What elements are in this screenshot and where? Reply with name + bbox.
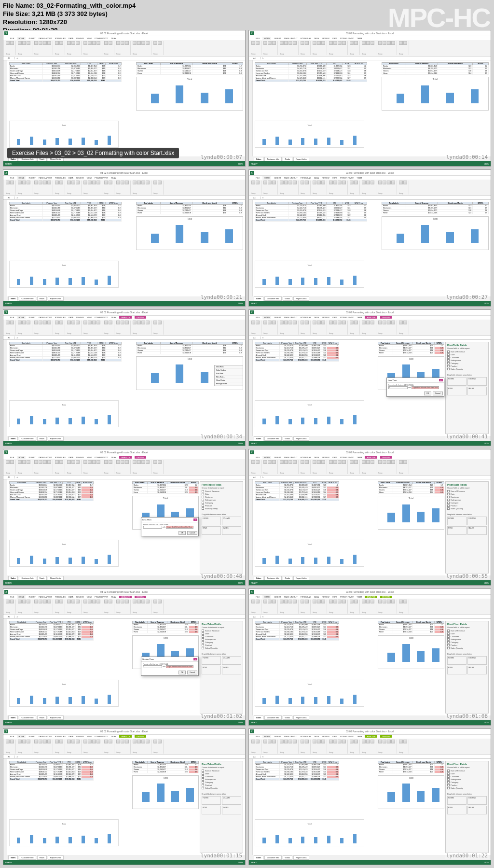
checkbox-icon[interactable]	[447, 632, 450, 635]
sheet-tab[interactable]: Goals	[37, 436, 47, 441]
sheet-tab[interactable]: Report Links	[48, 296, 63, 301]
sheet-tab[interactable]: Goals	[37, 715, 47, 720]
sheet-tab[interactable]: Report Links	[293, 855, 309, 860]
ribbon-icon[interactable]	[125, 321, 129, 324]
ribbon-icon[interactable]	[27, 41, 30, 45]
ok-button[interactable]: OK	[178, 531, 186, 535]
small-bar-chart[interactable]: Total	[9, 819, 119, 846]
field-row[interactable]: Salesperson	[202, 778, 241, 781]
ribbon-icon[interactable]	[121, 740, 124, 743]
ribbon-icon[interactable]	[383, 460, 386, 464]
ribbon-icon[interactable]	[96, 181, 100, 184]
ribbon-icon[interactable]	[10, 41, 14, 45]
ribbon-icon[interactable]	[338, 600, 342, 603]
ribbon-icon[interactable]	[88, 740, 92, 743]
ribbon-tabs[interactable]: FILEHOMEINSERTPAGE LAYOUTFORMULASDATAREV…	[249, 455, 491, 459]
checkbox-icon[interactable]	[447, 502, 450, 504]
ribbon-icon[interactable]	[137, 600, 141, 603]
ribbon-icon[interactable]	[67, 460, 71, 464]
sheet-tab[interactable]: Sales	[8, 855, 18, 860]
small-bar-chart[interactable]: Total	[255, 400, 364, 427]
ribbon-tabs[interactable]: FILEHOMEINSERTPAGE LAYOUTFORMULASDATAREV…	[3, 36, 245, 40]
field-row[interactable]: Date	[202, 772, 241, 775]
ribbon-icon[interactable]	[153, 41, 157, 45]
ribbon-icon[interactable]	[263, 181, 267, 184]
ribbon-icon[interactable]	[146, 321, 150, 324]
ribbon-icon[interactable]	[121, 41, 124, 45]
ribbon-icon[interactable]	[71, 321, 75, 324]
fields-pane[interactable]: PivotTable FieldsChoose fields to add to…	[200, 621, 243, 713]
ribbon-icon[interactable]	[284, 41, 288, 45]
field-row[interactable]: Salesperson	[447, 499, 487, 501]
ribbon-icon[interactable]	[378, 41, 382, 45]
formula-bar[interactable]: A1 fx	[249, 336, 491, 340]
ribbon-icon[interactable]	[256, 460, 260, 464]
ribbon-icon[interactable]	[284, 321, 288, 324]
ribbon-icon[interactable]	[329, 41, 333, 45]
small-bar-chart[interactable]: Total	[9, 400, 119, 427]
ribbon-icon[interactable]	[116, 41, 120, 45]
name-box[interactable]: A1	[249, 57, 261, 59]
ribbon-icon[interactable]	[71, 181, 75, 184]
ribbon-icon[interactable]	[288, 740, 292, 743]
ribbon-icon[interactable]	[387, 41, 391, 45]
ribbon-icon[interactable]	[76, 460, 80, 464]
ribbon-icon[interactable]	[366, 600, 370, 603]
field-row[interactable]: Category	[202, 781, 241, 784]
ribbon-icon[interactable]	[158, 600, 162, 603]
ribbon-icon[interactable]	[116, 740, 120, 743]
ribbon-icon[interactable]	[47, 460, 51, 464]
ribbon-icon[interactable]	[263, 41, 267, 45]
ribbon-icon[interactable]	[399, 600, 403, 603]
ribbon-icon[interactable]	[88, 41, 92, 45]
checkbox-icon[interactable]	[447, 359, 450, 362]
ribbon-icon[interactable]	[18, 181, 22, 184]
ribbon-icon[interactable]	[288, 460, 292, 464]
fields-pane[interactable]: PivotTable FieldsChoose fields to add to…	[200, 481, 243, 574]
ribbon-icon[interactable]	[146, 600, 150, 603]
ribbon-icon[interactable]	[71, 460, 75, 464]
ribbon-icon[interactable]	[133, 460, 137, 464]
formula-bar[interactable]: A1 fx	[3, 336, 245, 340]
bar-chart[interactable]: Total	[132, 775, 199, 809]
ribbon-icon[interactable]	[76, 41, 80, 45]
ribbon-icon[interactable]	[378, 321, 382, 324]
ribbon-icon[interactable]	[59, 460, 63, 464]
ribbon-icon[interactable]	[321, 41, 325, 45]
ribbon-icon[interactable]	[27, 740, 30, 743]
ribbon-icon[interactable]	[47, 321, 51, 324]
secondary-pivot[interactable]: Row LabelsSum of RevenueMonth over Month…	[132, 761, 199, 773]
checkbox-icon[interactable]	[447, 368, 450, 370]
ribbon-tabs[interactable]: FILEHOMEINSERTPAGE LAYOUTFORMULASDATAREV…	[249, 735, 491, 739]
ribbon-icon[interactable]	[370, 460, 374, 464]
ribbon-icon[interactable]	[280, 41, 284, 45]
bar-chart[interactable]: Total	[382, 77, 489, 111]
ribbon-icon[interactable]	[158, 740, 162, 743]
fx-icon[interactable]: fx	[15, 616, 20, 618]
ribbon-icon[interactable]	[146, 740, 150, 743]
ribbon-tabs[interactable]: FILEHOMEINSERTPAGE LAYOUTFORMULASDATAREV…	[249, 595, 491, 599]
ribbon-icon[interactable]	[391, 41, 395, 45]
ribbon-icon[interactable]	[141, 41, 145, 45]
ribbon-icon[interactable]	[305, 460, 309, 464]
cancel-button[interactable]: Cancel	[187, 531, 197, 535]
row-headers[interactable]	[249, 619, 253, 715]
ribbon-icon[interactable]	[88, 460, 92, 464]
worksheet[interactable]: Row LabelsPrevious YearPrior Year YTDYTD…	[249, 759, 491, 855]
worksheet[interactable]: Row LabelsPrevious YearPrior Year YTDYTD…	[3, 619, 245, 715]
ribbon-icon[interactable]	[83, 600, 87, 603]
ribbon-icon[interactable]	[43, 41, 47, 45]
ribbon-icon[interactable]	[301, 181, 304, 184]
field-row[interactable]: Sum of Revenue	[447, 630, 487, 632]
ribbon-icon[interactable]	[383, 321, 386, 324]
threshold-input[interactable]	[143, 665, 162, 668]
fx-icon[interactable]: fx	[261, 476, 265, 478]
ribbon[interactable]: GroupGroupGroupGroupGroupGroupGroupGroup…	[3, 599, 245, 615]
formula-bar[interactable]: A1 fx	[249, 196, 491, 200]
ribbon-icon[interactable]	[370, 41, 374, 45]
ribbon-icon[interactable]	[378, 181, 382, 184]
sheet-tab[interactable]: Customer Info	[264, 576, 281, 580]
ribbon-icon[interactable]	[67, 321, 71, 324]
ribbon-icon[interactable]	[317, 41, 321, 45]
field-row[interactable]: Category	[202, 641, 241, 644]
